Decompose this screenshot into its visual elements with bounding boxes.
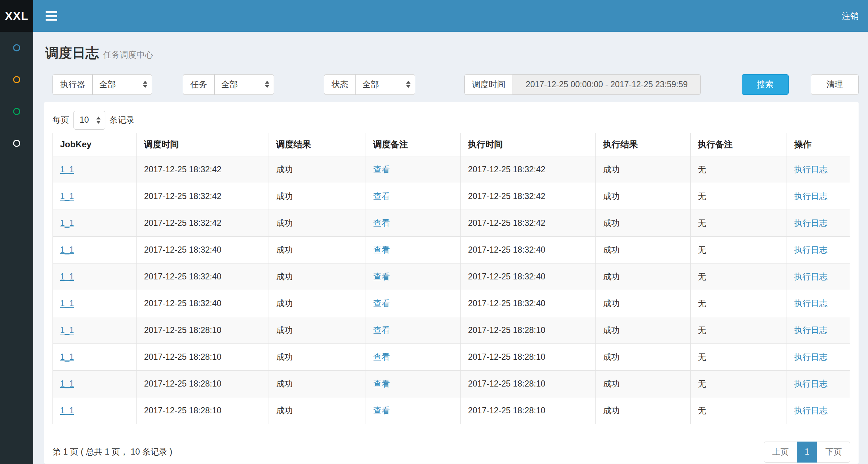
sidebar-toggle-button[interactable] [43,8,59,24]
column-header[interactable]: 调度结果 [269,133,366,156]
prev-page-button[interactable]: 上页 [764,442,797,463]
select-arrows-icon [265,81,269,88]
cell-action: 执行日志 [787,317,850,343]
log-row: 1_12017-12-25 18:32:42成功查看2017-12-25 18:… [53,210,850,236]
cell-handle-result: 成功 [596,317,691,343]
status-select[interactable]: 全部 [355,74,415,95]
cell-handle-time: 2017-12-25 18:28:10 [461,343,596,370]
view-trigger-msg-link[interactable]: 查看 [373,299,390,308]
executor-select[interactable]: 全部 [92,74,152,95]
log-row: 1_12017-12-25 18:32:42成功查看2017-12-25 18:… [53,183,850,210]
clear-button[interactable]: 清理 [811,74,859,95]
view-execution-log-link[interactable]: 执行日志 [794,352,827,362]
job-key-link[interactable]: 1_1 [60,325,74,335]
view-trigger-msg-link[interactable]: 查看 [373,379,390,388]
cell-trigger-msg: 查看 [366,290,461,317]
view-trigger-msg-link[interactable]: 查看 [373,325,390,335]
column-header[interactable]: 执行备注 [691,133,787,156]
view-execution-log-link[interactable]: 执行日志 [794,406,827,415]
job-key-link[interactable]: 1_1 [60,299,74,308]
column-header[interactable]: 操作 [787,133,850,156]
cell-trigger-result: 成功 [269,210,366,236]
view-execution-log-link[interactable]: 执行日志 [794,299,827,308]
cell-job-key: 1_1 [53,370,137,397]
column-header[interactable]: 执行结果 [596,133,691,156]
executor-filter-label: 执行器 [52,74,92,95]
cell-handle-time: 2017-12-25 18:32:42 [461,210,596,236]
view-execution-log-link[interactable]: 执行日志 [794,165,827,174]
job-key-link[interactable]: 1_1 [60,218,74,228]
cell-trigger-result: 成功 [269,156,366,183]
job-key-link[interactable]: 1_1 [60,272,74,281]
job-select[interactable]: 全部 [214,74,274,95]
cell-handle-result: 成功 [596,343,691,370]
view-execution-log-link[interactable]: 执行日志 [794,191,827,201]
view-execution-log-link[interactable]: 执行日志 [794,218,827,228]
log-table-header-row: JobKey调度时间调度结果调度备注执行时间执行结果执行备注操作 [53,133,850,156]
view-execution-log-link[interactable]: 执行日志 [794,245,827,254]
circle-outline-icon [13,108,20,115]
cell-handle-result: 成功 [596,370,691,397]
log-row: 1_12017-12-25 18:28:10成功查看2017-12-25 18:… [53,370,850,397]
top-navbar: XXL 注销 [0,0,868,32]
sidebar-item[interactable] [0,64,33,96]
job-filter-group: 任务 全部 [183,74,274,95]
column-header[interactable]: JobKey [53,133,137,156]
schedule-time-range-input[interactable]: 2017-12-25 00:00:00 - 2017-12-25 23:59:5… [513,74,701,95]
log-row: 1_12017-12-25 18:32:40成功查看2017-12-25 18:… [53,263,850,290]
job-key-link[interactable]: 1_1 [60,245,74,254]
job-key-link[interactable]: 1_1 [60,191,74,201]
view-trigger-msg-link[interactable]: 查看 [373,272,390,281]
log-row: 1_12017-12-25 18:32:42成功查看2017-12-25 18:… [53,156,850,183]
schedule-time-range-value: 2017-12-25 00:00:00 - 2017-12-25 23:59:5… [526,80,688,89]
job-key-link[interactable]: 1_1 [60,352,74,362]
column-header[interactable]: 执行时间 [461,133,596,156]
sidebar-item[interactable] [0,96,33,127]
cell-job-key: 1_1 [53,183,137,210]
view-trigger-msg-link[interactable]: 查看 [373,352,390,362]
job-key-link[interactable]: 1_1 [60,165,74,174]
view-execution-log-link[interactable]: 执行日志 [794,325,827,335]
log-panel: 每页 10 条记录 JobKey调度时间调度结果调度备注执行时间执行结果执行备注… [44,102,859,464]
main-content: 调度日志任务调度中心 执行器 全部 任务 全部 状态 全部 调度 [33,32,868,464]
search-button[interactable]: 搜索 [742,74,789,95]
view-execution-log-link[interactable]: 执行日志 [794,379,827,388]
cell-handle-msg: 无 [691,263,787,290]
page-size-select[interactable]: 10 [73,111,105,130]
view-trigger-msg-link[interactable]: 查看 [373,245,390,254]
column-header[interactable]: 调度备注 [366,133,461,156]
cell-handle-msg: 无 [691,370,787,397]
view-trigger-msg-link[interactable]: 查看 [373,406,390,415]
cell-trigger-time: 2017-12-25 18:28:10 [137,317,269,343]
cell-trigger-msg: 查看 [366,210,461,236]
job-key-link[interactable]: 1_1 [60,379,74,388]
job-key-link[interactable]: 1_1 [60,406,74,415]
select-arrows-icon [143,81,147,88]
log-row: 1_12017-12-25 18:28:10成功查看2017-12-25 18:… [53,343,850,370]
view-execution-log-link[interactable]: 执行日志 [794,272,827,281]
cell-trigger-time: 2017-12-25 18:28:10 [137,343,269,370]
next-page-button[interactable]: 下页 [817,442,850,463]
page-1-button[interactable]: 1 [797,442,817,463]
cell-trigger-msg: 查看 [366,236,461,263]
page-size-control: 每页 10 条记录 [52,110,850,130]
view-trigger-msg-link[interactable]: 查看 [373,218,390,228]
cell-trigger-time: 2017-12-25 18:32:42 [137,156,269,183]
column-header[interactable]: 调度时间 [137,133,269,156]
logout-link[interactable]: 注销 [842,10,859,22]
cell-job-key: 1_1 [53,263,137,290]
view-trigger-msg-link[interactable]: 查看 [373,165,390,174]
page-size-suffix: 条记录 [110,114,135,126]
brand-logo[interactable]: XXL [0,0,33,32]
cell-handle-msg: 无 [691,397,787,424]
cell-action: 执行日志 [787,343,850,370]
cell-trigger-time: 2017-12-25 18:32:40 [137,263,269,290]
circle-outline-icon [13,140,20,147]
select-arrows-icon [406,81,410,88]
cell-trigger-msg: 查看 [366,263,461,290]
executor-filter-group: 执行器 全部 [52,74,152,95]
sidebar-item[interactable] [0,32,33,64]
sidebar-item[interactable] [0,127,33,159]
view-trigger-msg-link[interactable]: 查看 [373,191,390,201]
cell-action: 执行日志 [787,397,850,424]
